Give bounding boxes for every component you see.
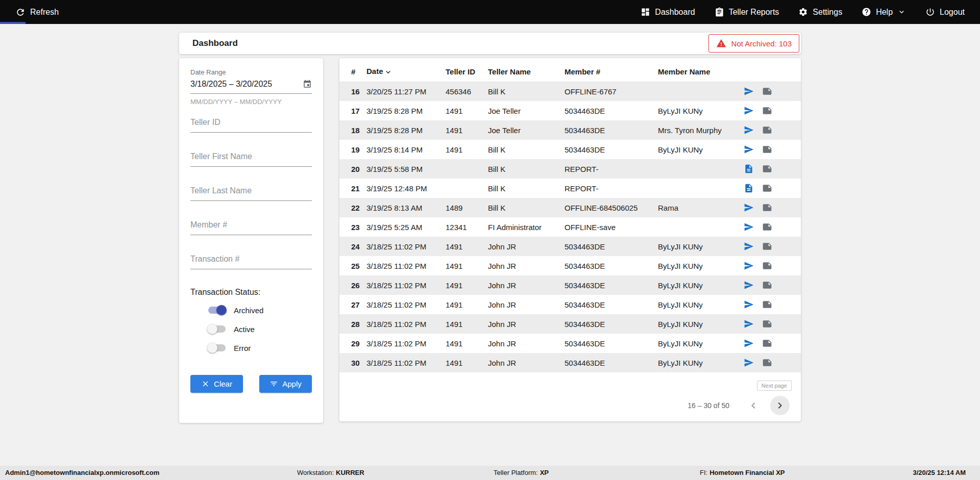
table-body: 163/20/25 11:27 PM456346Bill KOFFLINE-67… [339,82,801,372]
send-icon[interactable] [744,203,754,213]
table-row[interactable]: 223/19/25 8:13 AM1489Bill KOFFLINE-68450… [339,198,801,217]
send-icon[interactable] [744,280,754,290]
cell-teller-name: John JR [488,353,565,372]
toggle-active[interactable]: Active [207,323,312,335]
column-header-teller-id[interactable]: Teller ID [446,62,488,82]
previous-page-button[interactable] [744,396,763,415]
column-header-number[interactable]: # [339,62,366,82]
send-icon[interactable] [744,125,754,135]
nav-help[interactable]: Help [862,7,906,17]
apply-button[interactable]: Apply [259,375,312,393]
note-icon[interactable] [762,144,772,155]
nav-teller-reports[interactable]: Teller Reports [715,7,779,17]
transactions-table: # Date Teller ID Teller Name Member # Me… [339,62,801,372]
cell-teller-id: 1491 [446,314,488,334]
toggle-archived[interactable]: Archived [207,305,312,316]
toggle-error[interactable]: Error [207,342,312,353]
teller-id-input[interactable] [190,115,312,133]
teller-last-name-input[interactable] [190,183,312,201]
cell-row-number: 16 [339,82,366,101]
cell-teller-name: John JR [488,275,565,295]
table-header-row: # Date Teller ID Teller Name Member # Me… [339,62,801,82]
send-icon[interactable] [744,358,754,368]
send-icon[interactable] [744,261,754,271]
filters-panel: Date Range 3/18/2025 – 3/20/2025 MM/DD/Y… [179,58,323,423]
column-header-member-number[interactable]: Member # [565,62,658,82]
document-icon[interactable] [744,183,754,193]
table-row[interactable]: 193/19/25 8:14 PM1491Bill K5034463DEByLy… [339,140,801,159]
cell-member-name: Mrs. Tyron Murphy [658,120,744,140]
power-icon [925,7,935,17]
table-row[interactable]: 213/19/25 12:48 PMBill KREPORT- [339,179,801,198]
table-row[interactable]: 283/18/25 11:02 PM1491John JR5034463DEBy… [339,314,801,334]
note-icon[interactable] [762,106,772,116]
table-row[interactable]: 303/18/25 11:02 PM1491John JR5034463DEBy… [339,353,801,372]
nav-logout[interactable]: Logout [925,7,965,17]
column-header-date[interactable]: Date [366,62,446,82]
transaction-number-input[interactable] [190,251,312,269]
teller-platform-info: Teller Platform:XP [494,466,549,480]
next-page-button[interactable] [770,396,790,415]
workstation-value: KURRER [336,469,364,476]
fi-label: FI: [700,469,707,476]
table-row[interactable]: 203/19/25 5:58 PMBill KREPORT- [339,159,801,179]
send-icon[interactable] [744,222,754,232]
table-row[interactable]: 183/19/25 8:28 PM1491Joe Teller5034463DE… [339,120,801,140]
send-icon[interactable] [744,144,754,155]
cell-member-name: ByLyJI KUNy [658,256,744,275]
cell-member-name: ByLyJI KUNy [658,295,744,314]
cell-member-number: 5034463DE [565,101,658,120]
table-row[interactable]: 253/18/25 11:02 PM1491John JR5034463DEBy… [339,256,801,275]
note-icon[interactable] [762,222,772,232]
send-icon[interactable] [744,241,754,251]
send-icon[interactable] [744,106,754,116]
note-icon[interactable] [762,261,772,271]
nav-dashboard[interactable]: Dashboard [641,7,695,17]
note-icon[interactable] [762,241,772,251]
member-number-input[interactable] [190,217,312,235]
cell-member-number: 5034463DE [565,237,658,256]
not-archived-badge: Not Archived: 103 [708,34,799,53]
note-icon[interactable] [762,299,772,310]
cell-teller-name: John JR [488,237,565,256]
note-icon[interactable] [762,86,772,96]
table-row[interactable]: 273/18/25 11:02 PM1491John JR5034463DEBy… [339,295,801,314]
clear-button[interactable]: Clear [190,375,243,393]
cell-member-name: ByLyJI KUNy [658,334,744,353]
calendar-icon[interactable] [303,80,312,89]
table-row[interactable]: 233/19/25 5:25 AM12341FI AdministratorOF… [339,217,801,237]
send-icon[interactable] [744,319,754,329]
table-row[interactable]: 293/18/25 11:02 PM1491John JR5034463DEBy… [339,334,801,353]
send-icon[interactable] [744,338,754,348]
note-icon[interactable] [762,203,772,213]
cell-member-number: 5034463DE [565,295,658,314]
send-icon[interactable] [744,299,754,310]
refresh-button[interactable]: Refresh [15,7,59,17]
platform-value: XP [540,469,549,476]
note-icon[interactable] [762,183,772,193]
not-archived-label: Not Archived: 103 [731,39,792,48]
table-row[interactable]: 173/19/25 8:28 PM1491Joe Teller5034463DE… [339,101,801,120]
refresh-icon [15,7,26,17]
cell-teller-name: John JR [488,314,565,334]
note-icon[interactable] [762,164,772,174]
column-header-member-name[interactable]: Member Name [658,62,744,82]
note-icon[interactable] [762,125,772,135]
nav-settings[interactable]: Settings [798,7,842,17]
send-icon[interactable] [744,86,754,96]
document-icon[interactable] [744,164,754,174]
cell-teller-id: 1491 [446,237,488,256]
workstation-label: Workstation: [297,469,334,476]
note-icon[interactable] [762,338,772,348]
note-icon[interactable] [762,280,772,290]
column-header-teller-name[interactable]: Teller Name [488,62,565,82]
table-row[interactable]: 243/18/25 11:02 PM1491John JR5034463DEBy… [339,237,801,256]
table-row[interactable]: 163/20/25 11:27 PM456346Bill KOFFLINE-67… [339,82,801,101]
note-icon[interactable] [762,358,772,368]
note-icon[interactable] [762,319,772,329]
cell-member-number: OFFLINE-save [565,217,658,237]
cell-row-number: 29 [339,334,366,353]
table-row[interactable]: 263/18/25 11:02 PM1491John JR5034463DEBy… [339,275,801,295]
date-range-input[interactable]: 3/18/2025 – 3/20/2025 [190,76,312,94]
teller-first-name-input[interactable] [190,149,312,167]
